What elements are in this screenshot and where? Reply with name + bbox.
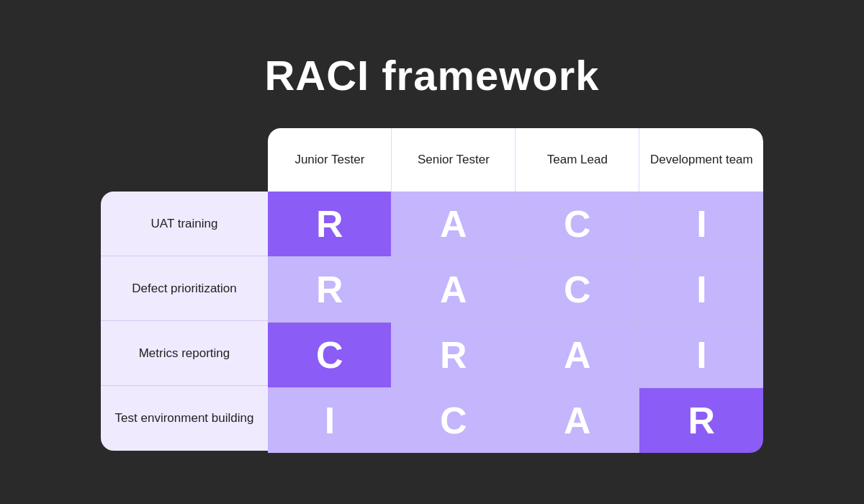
- data-cell-r3-c2: A: [516, 388, 639, 453]
- data-cell-r3-c0: I: [268, 388, 392, 453]
- row-labels-column: UAT trainingDefect prioritizationMetrics…: [101, 192, 269, 451]
- raci-table: UAT trainingDefect prioritizationMetrics…: [101, 128, 764, 453]
- data-cell-r1-c3: I: [639, 257, 763, 322]
- data-cell-r0-c0: R: [268, 192, 392, 256]
- data-cell-r2-c2: A: [516, 323, 639, 387]
- header-cell-0: Junior Tester: [268, 128, 392, 192]
- data-cell-r3-c3: R: [639, 388, 763, 453]
- header-cell-1: Senior Tester: [392, 128, 516, 192]
- data-cell-r2-c0: C: [268, 323, 392, 387]
- page-title: RACI framework: [264, 51, 599, 99]
- table-row: RACI: [268, 192, 763, 257]
- header-cell-2: Team Lead: [516, 128, 639, 192]
- grid-container: Junior TesterSenior TesterTeam LeadDevel…: [268, 128, 763, 453]
- data-rows: RACIRACICRAIICAR: [268, 192, 763, 453]
- data-cell-r0-c3: I: [639, 192, 763, 256]
- data-cell-r2-c1: R: [392, 323, 516, 387]
- data-cell-r1-c2: C: [516, 257, 639, 322]
- header-row: Junior TesterSenior TesterTeam LeadDevel…: [268, 128, 763, 192]
- table-row: RACI: [268, 257, 763, 323]
- data-cell-r1-c1: A: [392, 257, 516, 322]
- row-label-2: Metrics reporting: [101, 321, 269, 386]
- data-cell-r0-c1: A: [392, 192, 516, 256]
- header-cell-3: Development team: [639, 128, 763, 192]
- data-cell-r2-c3: I: [639, 323, 763, 387]
- table-row: ICAR: [268, 388, 763, 453]
- row-label-3: Test environment building: [101, 386, 269, 451]
- data-cell-r1-c0: R: [268, 257, 392, 322]
- table-row: CRAI: [268, 323, 763, 388]
- data-cell-r3-c1: C: [392, 388, 516, 453]
- row-label-0: UAT training: [101, 192, 269, 256]
- data-cell-r0-c2: C: [516, 192, 639, 256]
- row-label-1: Defect prioritization: [101, 256, 269, 321]
